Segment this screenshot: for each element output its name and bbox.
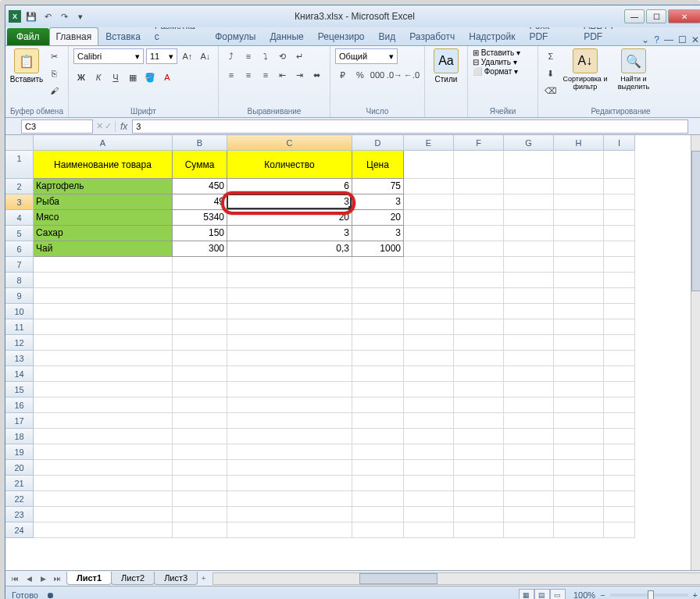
- column-header-G[interactable]: G: [504, 135, 554, 151]
- cell-E21[interactable]: [404, 476, 454, 491]
- cell-A3[interactable]: Рыба: [34, 194, 173, 210]
- row-header-2[interactable]: 2: [5, 179, 34, 194]
- cell-C6[interactable]: 0,3: [227, 241, 352, 257]
- styles-button[interactable]: Aa Стили: [430, 48, 462, 84]
- cell-C8[interactable]: [227, 273, 352, 288]
- cell-H4[interactable]: [554, 210, 604, 226]
- cell-C9[interactable]: [227, 288, 352, 304]
- row-header-4[interactable]: 4: [5, 210, 34, 226]
- column-header-F[interactable]: F: [454, 135, 504, 151]
- help-icon[interactable]: ?: [654, 34, 659, 45]
- underline-button[interactable]: Ч: [108, 70, 123, 85]
- cell-D19[interactable]: [352, 444, 404, 460]
- qat-redo-icon[interactable]: ↷: [57, 9, 71, 23]
- cell-B15[interactable]: [173, 382, 227, 398]
- cell-D16[interactable]: [352, 398, 404, 413]
- align-right-icon[interactable]: ≡: [258, 67, 273, 83]
- row-header-1[interactable]: 1: [5, 151, 34, 179]
- column-header-E[interactable]: E: [404, 135, 454, 151]
- row-header-19[interactable]: 19: [5, 444, 34, 460]
- cell-H6[interactable]: [554, 241, 604, 257]
- cell-H12[interactable]: [554, 335, 604, 351]
- cell-E11[interactable]: [404, 319, 454, 335]
- cell-C23[interactable]: [227, 507, 352, 522]
- cell-B7[interactable]: [173, 257, 227, 273]
- cell-C18[interactable]: [227, 429, 352, 444]
- cell-E12[interactable]: [404, 335, 454, 351]
- cell-I10[interactable]: [604, 304, 635, 319]
- cell-H14[interactable]: [554, 366, 604, 382]
- cell-A15[interactable]: [34, 382, 173, 398]
- cell-G7[interactable]: [504, 257, 554, 273]
- cell-A21[interactable]: [34, 476, 173, 491]
- page-layout-view-button[interactable]: ▤: [534, 589, 550, 600]
- font-color-icon[interactable]: A: [159, 70, 175, 85]
- align-center-icon[interactable]: ≡: [241, 67, 256, 83]
- cell-G20[interactable]: [504, 460, 554, 476]
- row-header-11[interactable]: 11: [5, 319, 34, 335]
- row-header-21[interactable]: 21: [5, 476, 34, 491]
- cell-H9[interactable]: [554, 288, 604, 304]
- cell-G1[interactable]: [504, 151, 554, 179]
- cell-F14[interactable]: [454, 366, 504, 382]
- cell-I7[interactable]: [604, 257, 635, 273]
- cell-A10[interactable]: [34, 304, 173, 319]
- delete-cells-button[interactable]: ⊟ Удалить ▾: [473, 58, 517, 66]
- row-header-22[interactable]: 22: [5, 491, 34, 507]
- cell-F15[interactable]: [454, 382, 504, 398]
- cell-H19[interactable]: [554, 444, 604, 460]
- enter-formula-icon[interactable]: ✓: [105, 121, 112, 131]
- cell-G14[interactable]: [504, 366, 554, 382]
- wrap-text-icon[interactable]: ↵: [292, 48, 308, 64]
- tab-view[interactable]: Вид: [372, 27, 403, 45]
- paste-button[interactable]: 📋 Вставить: [10, 48, 43, 84]
- column-header-H[interactable]: H: [554, 135, 604, 151]
- cell-I13[interactable]: [604, 351, 635, 366]
- row-header-18[interactable]: 18: [5, 429, 34, 444]
- cell-F17[interactable]: [454, 413, 504, 429]
- cell-G8[interactable]: [504, 273, 554, 288]
- row-header-9[interactable]: 9: [5, 288, 34, 304]
- cell-C4[interactable]: 20: [227, 210, 352, 226]
- new-sheet-icon[interactable]: ＋: [197, 573, 209, 584]
- cell-I12[interactable]: [604, 335, 635, 351]
- row-header-20[interactable]: 20: [5, 460, 34, 476]
- fx-icon[interactable]: fx: [115, 121, 132, 132]
- cell-G21[interactable]: [504, 476, 554, 491]
- cell-I1[interactable]: [604, 151, 635, 179]
- cell-I18[interactable]: [604, 429, 635, 444]
- cell-B2[interactable]: 450: [173, 179, 227, 194]
- tab-addins[interactable]: Надстройк: [462, 27, 522, 45]
- cell-B3[interactable]: 49: [173, 194, 227, 210]
- cell-I6[interactable]: [604, 241, 635, 257]
- cell-F16[interactable]: [454, 398, 504, 413]
- bold-button[interactable]: Ж: [73, 70, 89, 85]
- cell-G13[interactable]: [504, 351, 554, 366]
- cell-C17[interactable]: [227, 413, 352, 429]
- cell-A4[interactable]: Мясо: [34, 210, 173, 226]
- cell-A2[interactable]: Картофель: [34, 179, 173, 194]
- find-select-button[interactable]: 🔍 Найти и выделить: [612, 48, 655, 91]
- cell-H22[interactable]: [554, 491, 604, 507]
- cell-H17[interactable]: [554, 413, 604, 429]
- zoom-out-button[interactable]: −: [600, 590, 605, 600]
- macro-record-icon[interactable]: ⏺: [46, 590, 55, 600]
- cell-F2[interactable]: [454, 179, 504, 194]
- minimize-ribbon-icon[interactable]: ⌄: [641, 34, 649, 45]
- percent-icon[interactable]: %: [352, 67, 368, 83]
- cell-C10[interactable]: [227, 304, 352, 319]
- cell-D18[interactable]: [352, 429, 404, 444]
- cell-B18[interactable]: [173, 429, 227, 444]
- number-format-combo[interactable]: Общий▾: [335, 48, 398, 64]
- cell-G9[interactable]: [504, 288, 554, 304]
- cancel-formula-icon[interactable]: ✕: [96, 121, 103, 131]
- zoom-slider[interactable]: [610, 594, 688, 597]
- cell-E2[interactable]: [404, 179, 454, 194]
- format-cells-button[interactable]: ⬜ Формат ▾: [473, 67, 518, 76]
- tab-data[interactable]: Данные: [262, 27, 310, 45]
- autosum-icon[interactable]: Σ: [543, 48, 559, 64]
- cell-H5[interactable]: [554, 226, 604, 241]
- cell-A24[interactable]: [34, 522, 173, 538]
- cell-A13[interactable]: [34, 351, 173, 366]
- cell-D12[interactable]: [352, 335, 404, 351]
